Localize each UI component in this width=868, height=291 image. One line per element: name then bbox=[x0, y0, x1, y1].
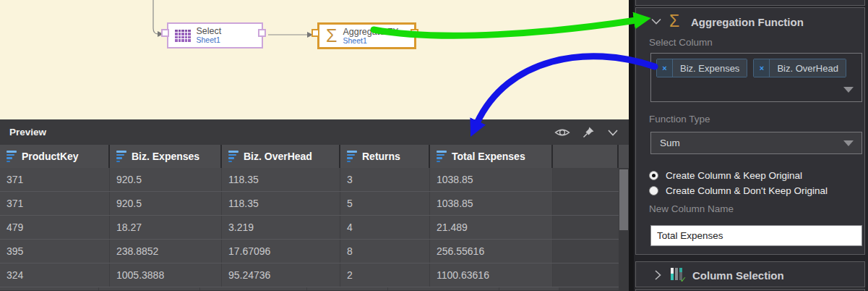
partial-row bbox=[0, 287, 619, 290]
table-cell: 920.5 bbox=[110, 192, 222, 215]
table-cell bbox=[0, 287, 99, 290]
table-cell: 21.489 bbox=[430, 216, 553, 239]
table-cell: 1038.85 bbox=[430, 168, 553, 191]
node-aggregate-fx[interactable]: Σ Aggregate FX Sheet1 bbox=[317, 22, 416, 49]
table-cell: 17.67096 bbox=[222, 240, 340, 263]
table-cell bbox=[388, 287, 499, 290]
table-cell: 118.35 bbox=[222, 168, 340, 191]
selected-column-tag[interactable]: ×Biz. Expenses bbox=[656, 59, 747, 77]
table-cell: 1038.85 bbox=[430, 192, 553, 215]
table-cell bbox=[307, 287, 388, 290]
table-cell: 18.27 bbox=[110, 216, 222, 239]
pin-icon[interactable] bbox=[583, 126, 595, 138]
table-cell: 920.5 bbox=[110, 168, 222, 191]
column-header-label: ProductKey bbox=[22, 151, 79, 162]
previous-section-edge bbox=[635, 0, 865, 6]
dropdown-arrow-icon[interactable] bbox=[843, 87, 854, 93]
empty-cell bbox=[553, 192, 619, 215]
column-header[interactable]: Returns bbox=[340, 145, 430, 168]
preview-titlebar: Preview bbox=[0, 119, 629, 145]
radio-button[interactable] bbox=[649, 186, 658, 195]
new-column-name-label: New Column Name bbox=[649, 203, 734, 214]
node-subtitle[interactable]: Sheet1 bbox=[343, 37, 398, 45]
column-selection-section[interactable]: ✓ Column Selection bbox=[635, 261, 865, 287]
empty-cell bbox=[553, 263, 619, 287]
node-title: Aggregate FX bbox=[343, 28, 398, 37]
column-filter-icon bbox=[228, 151, 239, 162]
column-header[interactable]: Biz. Expenses bbox=[110, 145, 222, 168]
table-header: ProductKeyBiz. ExpensesBiz. OverHeadRetu… bbox=[0, 145, 629, 168]
new-column-name-input[interactable] bbox=[650, 225, 862, 246]
input-port[interactable] bbox=[311, 29, 319, 37]
table-cell: 3.219 bbox=[222, 216, 340, 239]
connector-lines bbox=[0, 0, 629, 119]
radio-button[interactable] bbox=[649, 171, 658, 180]
table-row: 371920.5118.3531038.85 bbox=[0, 168, 619, 192]
column-filter-icon bbox=[116, 151, 127, 162]
column-header[interactable]: ProductKey bbox=[0, 145, 110, 168]
scrollbar[interactable] bbox=[619, 168, 629, 291]
section-title[interactable]: Aggregation Function bbox=[691, 16, 804, 28]
chevron-right-icon[interactable] bbox=[653, 269, 662, 281]
column-header[interactable]: Biz. OverHead bbox=[222, 145, 340, 168]
dropdown-arrow-icon[interactable] bbox=[843, 140, 854, 146]
table-cell: 5 bbox=[340, 192, 430, 215]
function-type-label: Function Type bbox=[649, 114, 710, 125]
input-port[interactable] bbox=[161, 29, 169, 37]
table-cell: 1100.63616 bbox=[430, 263, 553, 287]
workflow-canvas[interactable]: Select Sheet1 Σ Aggregate FX Sheet1 bbox=[0, 0, 629, 119]
table-row: 395238.885217.670968256.55616 bbox=[0, 240, 619, 263]
preview-title: Preview bbox=[9, 127, 46, 138]
remove-x-icon[interactable]: × bbox=[754, 59, 770, 77]
empty-cell bbox=[553, 168, 619, 191]
empty-column-header bbox=[553, 145, 619, 168]
table-row: 47918.273.219421.489 bbox=[0, 216, 619, 240]
table-cell bbox=[99, 287, 200, 290]
table-cell: 118.35 bbox=[222, 192, 340, 215]
radio-label[interactable]: Create Column & Don't Keep Original bbox=[666, 185, 828, 196]
node-select[interactable]: Select Sheet1 bbox=[167, 22, 263, 48]
column-header-label: Biz. OverHead bbox=[244, 151, 312, 162]
chevron-down-icon[interactable] bbox=[650, 17, 662, 25]
table-cell: 3 bbox=[340, 168, 430, 191]
eye-icon[interactable] bbox=[554, 127, 570, 138]
grid-icon bbox=[175, 30, 191, 42]
panel-divider bbox=[629, 0, 634, 291]
selected-column-tag[interactable]: ×Biz. OverHead bbox=[753, 59, 846, 77]
sigma-icon: Σ bbox=[669, 12, 679, 31]
sigma-icon: Σ bbox=[326, 27, 337, 45]
radio-label[interactable]: Create Column & Keep Original bbox=[666, 170, 802, 181]
scrollbar-thumb[interactable] bbox=[619, 169, 628, 230]
radio-option-dont-keep-original[interactable]: Create Column & Don't Keep Original bbox=[649, 184, 828, 197]
column-header[interactable]: Total Expenses bbox=[430, 145, 553, 168]
function-type-dropdown[interactable]: Sum bbox=[650, 132, 862, 154]
table-cell: 4 bbox=[340, 216, 430, 239]
select-column-label: Select Column bbox=[649, 37, 713, 48]
column-filter-icon bbox=[437, 151, 447, 162]
selected-column-tags: ×Biz. Expenses×Biz. OverHead bbox=[651, 54, 861, 77]
radio-option-keep-original[interactable]: Create Column & Keep Original bbox=[649, 169, 802, 182]
column-header-label: Total Expenses bbox=[452, 151, 525, 162]
table-cell: 371 bbox=[0, 168, 110, 191]
node-text: Aggregate FX Sheet1 bbox=[343, 28, 398, 45]
table-cell: 1005.3888 bbox=[110, 263, 222, 287]
section-title[interactable]: Column Selection bbox=[692, 269, 784, 282]
preview-actions bbox=[554, 126, 619, 138]
chevron-down-icon[interactable] bbox=[607, 128, 619, 137]
table-cell: 2 bbox=[340, 263, 430, 287]
table-cell: 395 bbox=[0, 240, 110, 263]
table-cell: 324 bbox=[0, 263, 110, 287]
aggregation-function-section: Σ Aggregation Function Select Column ×Bi… bbox=[635, 7, 865, 255]
remove-x-icon[interactable]: × bbox=[657, 59, 673, 77]
selected-column-tag-label: Biz. OverHead bbox=[770, 59, 846, 77]
empty-cell bbox=[553, 240, 619, 263]
column-bars-icon: ✓ bbox=[671, 268, 685, 282]
table-row: 371920.5118.3551038.85 bbox=[0, 192, 619, 216]
column-multiselect[interactable]: ×Biz. Expenses×Biz. OverHead bbox=[650, 53, 862, 102]
node-subtitle[interactable]: Sheet1 bbox=[197, 36, 222, 44]
output-port[interactable] bbox=[411, 29, 418, 37]
column-filter-icon bbox=[7, 151, 17, 162]
output-port[interactable] bbox=[258, 29, 266, 37]
app-root: Select Sheet1 Σ Aggregate FX Sheet1 Prev… bbox=[0, 0, 868, 291]
table-cell: 479 bbox=[0, 216, 110, 239]
